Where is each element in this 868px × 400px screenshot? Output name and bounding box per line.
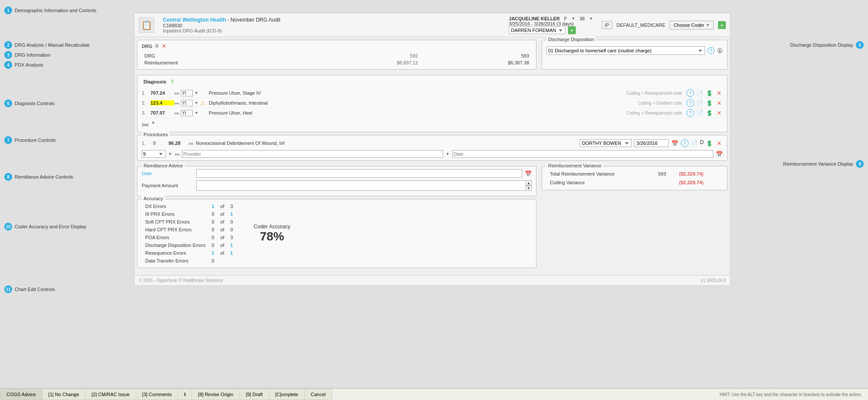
- header-logo: 📋: [139, 17, 154, 33]
- age-dropdown[interactable]: ▼: [589, 16, 593, 21]
- proc-delete-1[interactable]: ✕: [715, 139, 723, 147]
- remit-spinner: ▲ ▼: [526, 180, 532, 191]
- discharge-question-icon[interactable]: ?: [708, 47, 715, 54]
- spinner-up[interactable]: ▲: [526, 180, 532, 186]
- diag-poa-arrow-3[interactable]: ▼: [195, 111, 198, 115]
- comments-button[interactable]: [3] Comments: [136, 389, 178, 400]
- proc-cal-icon-1[interactable]: 📅: [671, 140, 678, 147]
- cogs-advice-button[interactable]: COGS Advice: [0, 389, 42, 400]
- diag-icons-3: 🛏 Yt ▼: [174, 110, 209, 116]
- diag-copy-3[interactable]: 📄: [696, 109, 704, 117]
- procedures-section: Procedures 1. 9 86.28 🛏 Nonexcisional De…: [137, 135, 728, 161]
- diag-add-arrow[interactable]: ▼: [151, 121, 155, 128]
- diag-icon-bed-1: 🛏: [174, 90, 179, 96]
- toolbar-hint: HINT: Use the ALT key and the character …: [332, 390, 868, 400]
- acc-val1-hard: 0: [209, 226, 217, 233]
- reimbursement-label: Reimbursement: [143, 60, 309, 66]
- proc-date-input-add[interactable]: [452, 150, 713, 158]
- acc-val2-poa: 3: [228, 234, 236, 241]
- diag-approve-1[interactable]: 💲: [705, 89, 713, 97]
- drg-col1: 592: [310, 53, 420, 59]
- coder-accuracy-label: Coder Accuracy: [254, 224, 290, 230]
- reimb-variance-label: Reimbursement Variance: [546, 163, 603, 168]
- proc-copy-1[interactable]: 📄: [690, 139, 698, 147]
- drg-gear-icon[interactable]: ⚙: [155, 43, 159, 49]
- choose-coder-button[interactable]: Choose Coder ▼: [670, 21, 714, 29]
- diagnosis-add-icon[interactable]: ⚕: [171, 78, 174, 86]
- diag-approve-3[interactable]: 💲: [705, 109, 713, 117]
- remit-payment-input[interactable]: [196, 180, 526, 191]
- diag-poa-3[interactable]: Yt: [181, 110, 193, 116]
- diag-actions-3: ? 📄 💲 ✕: [686, 109, 723, 117]
- discharge-select[interactable]: 01 Discharged to home/self care (routine…: [546, 46, 705, 55]
- acc-of-reseq: of: [218, 250, 227, 256]
- add-coder-button[interactable]: +: [718, 21, 726, 29]
- footer: © 2016 - Opportune IT Healthcare Solutio…: [134, 275, 730, 285]
- procedure-add-row: 9 ▼ 🛏 ▼ 📅: [142, 150, 723, 158]
- remit-payment-label: Payment Amount: [142, 183, 194, 188]
- spinner-down[interactable]: ▼: [526, 186, 532, 191]
- remittance-section: Remittance Advice Date 📅 Payment Amount: [137, 166, 536, 196]
- remit-date-input[interactable]: [196, 169, 522, 178]
- proc-provider-select-1[interactable]: DORTHY BOWEN: [580, 139, 632, 147]
- cancel-button[interactable]: Cancel: [305, 389, 332, 400]
- acc-val2-reseq: 1: [228, 250, 236, 256]
- reimb-row-total: Total Reimbursement Variance 593 ($2,329…: [547, 170, 722, 178]
- version: v1.1603.24.0: [701, 278, 726, 283]
- proc-approve-1[interactable]: 💲: [705, 139, 713, 147]
- diag-poa-arrow-2[interactable]: ▼: [195, 101, 198, 105]
- diag-poa-1[interactable]: Yt: [181, 90, 193, 96]
- diag-warning-icon: ⚠: [200, 100, 205, 106]
- diag-delete-2[interactable]: ✕: [715, 99, 723, 107]
- revise-origin-button[interactable]: [8] Revise Origin: [192, 389, 239, 400]
- reimb-table: Total Reimbursement Variance 593 ($2,329…: [546, 169, 723, 187]
- no-change-button[interactable]: [1] No Change: [42, 389, 86, 400]
- reimb-row-coding: Coding Variance ($2,329.74): [547, 179, 722, 186]
- drg-x-icon[interactable]: ✕: [162, 43, 166, 49]
- cm-rac-issue-button[interactable]: [2] CM/RAC Issue: [86, 389, 136, 400]
- provider-select[interactable]: DARREN FOREMAN: [509, 26, 565, 34]
- complete-button[interactable]: [C]omplete: [269, 389, 305, 400]
- annotation-7: 7 Procedure Controls: [4, 136, 56, 144]
- proc-d-icon-1[interactable]: D: [700, 139, 704, 147]
- draft-button[interactable]: [9] Draft: [240, 389, 269, 400]
- add-provider-button[interactable]: +: [568, 26, 576, 34]
- diag-copy-1[interactable]: 📄: [696, 89, 704, 97]
- proc-add-arrow[interactable]: ▼: [168, 152, 172, 156]
- diag-delete-1[interactable]: ✕: [715, 89, 723, 97]
- diag-delete-3[interactable]: ✕: [715, 109, 723, 117]
- proc-question-1[interactable]: ?: [681, 139, 689, 147]
- chart-type: Inpatient DRG Audit (ICD-9): [163, 28, 500, 33]
- proc-add-select[interactable]: 9: [142, 150, 166, 158]
- patient-name: JACQUELINE KELLER: [509, 16, 560, 21]
- discharge-help-icon[interactable]: 🛈: [717, 48, 723, 54]
- annotation-6: 6 Diagnosis Controls: [4, 99, 54, 107]
- remittance-date-row: Date 📅: [142, 169, 532, 178]
- diag-num-2: 2.: [142, 100, 150, 106]
- acc-val1-poa: 0: [209, 234, 217, 241]
- acc-row-dx: DX Errors 1 of 3: [143, 203, 236, 210]
- diag-code-3: 707.07: [150, 110, 174, 115]
- diag-question-1[interactable]: ?: [686, 89, 694, 97]
- diag-approve-2[interactable]: 💲: [705, 99, 713, 107]
- diag-advice-2: Coding > Omitted code: [638, 101, 686, 106]
- diag-code-1: 707.24: [150, 90, 174, 96]
- remit-cal-icon[interactable]: 📅: [525, 170, 532, 177]
- proc-date-input-1[interactable]: [634, 139, 669, 147]
- diagnosis-section-label: Diagnosis: [142, 79, 168, 84]
- acc-row-reseq: Resequence Errors 1 of 1: [143, 250, 236, 256]
- diag-add-icon[interactable]: 🛏: [142, 121, 149, 128]
- proc-provider-arrow[interactable]: ▼: [446, 152, 450, 156]
- reimbursement-section: Reimbursement Variance Total Reimburseme…: [542, 166, 728, 190]
- separator-button[interactable]: I: [178, 389, 192, 400]
- proc-provider-input[interactable]: [182, 150, 443, 158]
- diag-poa-arrow-1[interactable]: ▼: [195, 91, 198, 95]
- acc-of-dx: of: [218, 203, 227, 210]
- proc-cal-icon-add[interactable]: 📅: [716, 151, 723, 157]
- discharge-select-row: 01 Discharged to home/self care (routine…: [546, 46, 723, 55]
- diag-copy-2[interactable]: 📄: [696, 99, 704, 107]
- gender-dropdown[interactable]: ▼: [571, 16, 575, 21]
- diag-poa-2[interactable]: Yt: [181, 100, 193, 106]
- diag-question-3[interactable]: ?: [686, 109, 694, 117]
- diag-question-2[interactable]: ?: [686, 99, 694, 107]
